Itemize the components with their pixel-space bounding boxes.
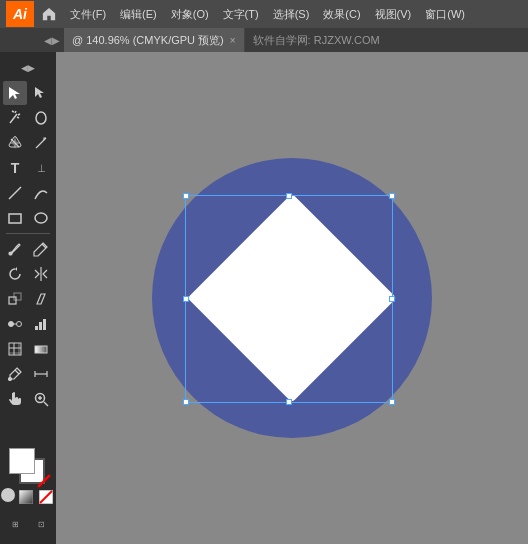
type-tool[interactable]: T — [3, 156, 27, 180]
tab-website: 软件自学网: RJZXW.COM — [245, 33, 388, 48]
hand-tool[interactable] — [3, 387, 27, 411]
svg-line-28 — [44, 402, 48, 406]
reflect-tool[interactable] — [29, 262, 53, 286]
selection-tools — [3, 81, 53, 105]
selection-tool[interactable] — [3, 81, 27, 105]
svg-rect-15 — [43, 319, 46, 330]
menu-text[interactable]: 文字(T) — [217, 5, 265, 24]
color-btn[interactable] — [1, 488, 15, 502]
line-tools — [3, 181, 53, 205]
zoom-tool[interactable] — [29, 387, 53, 411]
fill-swatch[interactable] — [9, 448, 35, 474]
menu-window[interactable]: 窗口(W) — [419, 5, 471, 24]
pen-tools — [3, 131, 53, 155]
artboard-container — [97, 78, 487, 518]
menu-view[interactable]: 视图(V) — [369, 5, 418, 24]
view-tools — [3, 387, 53, 411]
pen-add-tool[interactable] — [29, 131, 53, 155]
diamond-shape[interactable] — [187, 193, 396, 402]
column-graph-tool[interactable] — [29, 312, 53, 336]
rotate-tool[interactable] — [3, 262, 27, 286]
sample-tools — [3, 362, 53, 386]
canvas-area[interactable] — [56, 52, 528, 544]
svg-line-2 — [9, 187, 21, 199]
pencil-tool[interactable] — [29, 237, 53, 261]
mesh-gradient-tools — [3, 337, 53, 361]
ai-logo: Ai — [6, 1, 34, 27]
line-segment-tool[interactable] — [3, 181, 27, 205]
vertical-type-tool[interactable]: ⟂ — [29, 156, 53, 180]
toolbar-collapse: ◀▶ — [16, 56, 40, 80]
lasso-tool[interactable] — [29, 106, 53, 130]
no-color-indicator — [37, 474, 51, 488]
blend-tool[interactable] — [3, 312, 27, 336]
menu-object[interactable]: 对象(O) — [165, 5, 215, 24]
eyedropper-tool[interactable] — [3, 362, 27, 386]
svg-rect-14 — [39, 322, 42, 330]
toolbar: ◀▶ — [0, 52, 56, 544]
menu-select[interactable]: 选择(S) — [267, 5, 316, 24]
none-swatch-btn[interactable] — [37, 488, 55, 506]
tab-arrow-left[interactable]: ◀▶ — [40, 35, 64, 46]
paintbrush-tool[interactable] — [3, 237, 27, 261]
transform-tools — [3, 262, 53, 286]
wand-tools — [3, 106, 53, 130]
toolbar-collapse-btn[interactable]: ◀▶ — [16, 56, 40, 80]
main-layout: ◀▶ — [0, 52, 528, 544]
menu-file[interactable]: 文件(F) — [64, 5, 112, 24]
tab-bar: ◀▶ @ 140.96% (CMYK/GPU 预览) × 软件自学网: RJZX… — [0, 28, 528, 52]
change-screen-mode-btn[interactable]: ⊞ — [3, 512, 27, 536]
home-icon-btn[interactable] — [38, 3, 60, 25]
title-bar: Ai 文件(F) 编辑(E) 对象(O) 文字(T) 选择(S) 效果(C) 视… — [0, 0, 528, 28]
tab-close-btn[interactable]: × — [230, 35, 236, 46]
svg-line-22 — [15, 370, 19, 374]
type-tools: T ⟂ — [3, 156, 53, 180]
toggle-view-btn[interactable]: ⊡ — [29, 512, 53, 536]
gradient-swatch-btn[interactable] — [17, 488, 35, 506]
menu-effect[interactable]: 效果(C) — [317, 5, 366, 24]
handle-tl[interactable] — [183, 193, 189, 199]
scale-tools — [3, 287, 53, 311]
svg-rect-13 — [35, 326, 38, 330]
svg-point-4 — [35, 213, 47, 223]
scale-tool[interactable] — [3, 287, 27, 311]
mesh-tool[interactable] — [3, 337, 27, 361]
handle-bl[interactable] — [183, 399, 189, 405]
ellipse-tool[interactable] — [29, 206, 53, 230]
color-area: ⊞ ⊡ — [0, 444, 59, 540]
measure-tool[interactable] — [29, 362, 53, 386]
svg-rect-3 — [9, 214, 21, 223]
color-mode-row — [1, 488, 55, 506]
svg-point-5 — [9, 252, 12, 255]
svg-line-31 — [38, 475, 50, 487]
pen-tool[interactable] — [3, 131, 27, 155]
rectangle-tool[interactable] — [3, 206, 27, 230]
toolbar-divider-1 — [6, 233, 50, 234]
handle-br[interactable] — [389, 399, 395, 405]
shape-tools — [3, 206, 53, 230]
svg-point-10 — [9, 322, 14, 327]
svg-point-23 — [9, 378, 12, 381]
fill-stroke-selector[interactable] — [9, 448, 47, 486]
svg-rect-21 — [35, 346, 47, 353]
circle-shape[interactable] — [152, 158, 432, 438]
arc-tool[interactable] — [29, 181, 53, 205]
menu-bar: 文件(F) 编辑(E) 对象(O) 文字(T) 选择(S) 效果(C) 视图(V… — [64, 5, 522, 24]
tab-label: @ 140.96% (CMYK/GPU 预览) — [72, 33, 224, 48]
active-tab[interactable]: @ 140.96% (CMYK/GPU 预览) × — [64, 28, 245, 52]
brush-tools — [3, 237, 53, 261]
menu-edit[interactable]: 编辑(E) — [114, 5, 163, 24]
magic-wand-tool[interactable] — [3, 106, 27, 130]
direct-selection-tool[interactable] — [29, 81, 53, 105]
gradient-tool[interactable] — [29, 337, 53, 361]
svg-point-11 — [17, 322, 22, 327]
svg-rect-32 — [19, 490, 33, 504]
special-tools — [3, 312, 53, 336]
svg-point-0 — [36, 112, 46, 124]
shear-tool[interactable] — [29, 287, 53, 311]
